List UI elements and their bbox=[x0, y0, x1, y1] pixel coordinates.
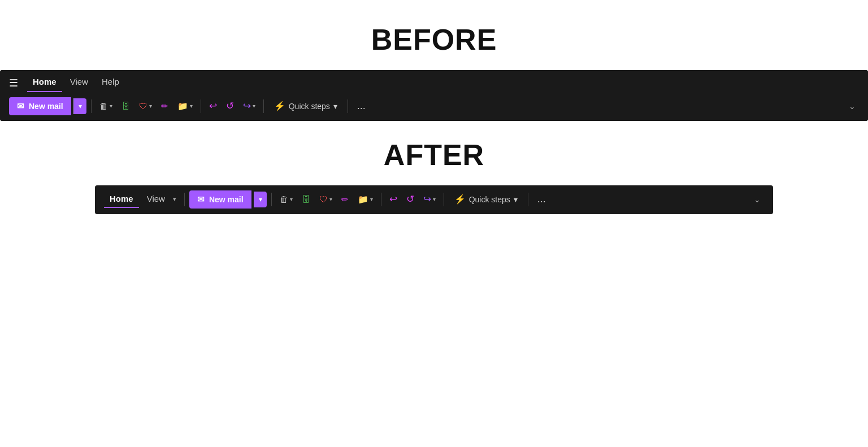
after-separator-3 bbox=[444, 193, 444, 206]
forward-chevron-icon: ▾ bbox=[253, 103, 255, 109]
separator-2 bbox=[201, 99, 201, 113]
after-toolbar: Home View ▾ ✉ New mail ▾ 🗑 ▾ 🗄 🛡 ▾ bbox=[95, 185, 773, 214]
folder-icon: 📁 bbox=[177, 101, 188, 111]
after-action-row: Home View ▾ ✉ New mail ▾ 🗑 ▾ 🗄 🛡 ▾ bbox=[95, 185, 773, 214]
archive-icon: 🗄 bbox=[121, 101, 130, 111]
after-more-icon: ... bbox=[537, 193, 546, 205]
after-new-mail-label: New mail bbox=[209, 195, 244, 204]
reply-all-icon: ↺ bbox=[226, 100, 234, 112]
after-label: AFTER bbox=[384, 138, 484, 172]
after-tag-button[interactable]: ✏ bbox=[338, 191, 352, 208]
after-tab-home[interactable]: Home bbox=[104, 190, 139, 208]
before-action-row: ✉ New mail ▾ 🗑 ▾ 🗄 🛡 ▾ ✏ 📁 ▾ bbox=[0, 92, 868, 121]
tabs-expand-icon[interactable]: ▾ bbox=[173, 196, 176, 203]
collapse-icon: ⌄ bbox=[849, 102, 856, 111]
collapse-ribbon-button[interactable]: ⌄ bbox=[845, 98, 859, 114]
after-separator-0 bbox=[184, 193, 185, 206]
archive-button[interactable]: 🗄 bbox=[118, 98, 133, 114]
forward-button[interactable]: ↪ ▾ bbox=[240, 97, 259, 115]
after-tag-icon: ✏ bbox=[341, 194, 349, 205]
before-toolbar: ☰ Home View Help ✉ New mail ▾ 🗑 ▾ 🗄 🛡 ▾ bbox=[0, 70, 868, 121]
reply-icon: ↩ bbox=[209, 100, 217, 112]
tag-icon: ✏ bbox=[161, 101, 168, 111]
after-trash-icon: 🗑 bbox=[280, 194, 288, 204]
after-move-button[interactable]: 📁 ▾ bbox=[354, 191, 376, 208]
after-move-chevron-icon: ▾ bbox=[370, 196, 373, 202]
after-quick-steps-button[interactable]: ⚡ Quick steps ▾ bbox=[449, 190, 523, 208]
separator-1 bbox=[91, 99, 92, 113]
new-mail-dropdown-button[interactable]: ▾ bbox=[73, 98, 86, 114]
after-separator-4 bbox=[528, 193, 528, 206]
move-button[interactable]: 📁 ▾ bbox=[174, 98, 196, 115]
tag-button[interactable]: ✏ bbox=[158, 98, 172, 115]
separator-4 bbox=[348, 99, 348, 113]
before-tab-view[interactable]: View bbox=[64, 73, 94, 92]
after-separator-1 bbox=[271, 193, 272, 206]
after-collapse-icon: ⌄ bbox=[754, 195, 761, 204]
delete-button[interactable]: 🗑 ▾ bbox=[96, 98, 116, 114]
after-separator-2 bbox=[381, 193, 381, 206]
after-chevron-down-icon: ▾ bbox=[259, 196, 262, 203]
more-button[interactable]: ... bbox=[353, 97, 370, 115]
after-reply-button[interactable]: ↩ bbox=[386, 190, 401, 209]
more-icon: ... bbox=[357, 100, 366, 112]
after-quick-steps-label: Quick steps bbox=[469, 195, 510, 204]
hamburger-icon[interactable]: ☰ bbox=[9, 77, 18, 89]
before-label: BEFORE bbox=[371, 23, 497, 57]
envelope-icon: ✉ bbox=[17, 101, 24, 111]
after-reply-icon: ↩ bbox=[389, 193, 397, 205]
after-collapse-ribbon-button[interactable]: ⌄ bbox=[750, 192, 764, 207]
reply-button[interactable]: ↩ bbox=[206, 97, 220, 115]
after-reply-all-icon: ↺ bbox=[406, 193, 414, 205]
before-tab-row: ☰ Home View Help bbox=[0, 70, 868, 92]
after-lightning-icon: ⚡ bbox=[454, 194, 466, 205]
after-forward-chevron-icon: ▾ bbox=[433, 196, 436, 202]
quick-steps-button[interactable]: ⚡ Quick steps ▾ bbox=[268, 97, 343, 115]
after-envelope-icon: ✉ bbox=[197, 194, 205, 205]
new-mail-button[interactable]: ✉ New mail bbox=[9, 97, 71, 115]
after-reply-all-button[interactable]: ↺ bbox=[403, 190, 418, 209]
after-new-mail-button[interactable]: ✉ New mail bbox=[189, 190, 251, 209]
trash-icon: 🗑 bbox=[99, 101, 108, 111]
before-tab-home[interactable]: Home bbox=[27, 73, 62, 92]
reply-all-button[interactable]: ↺ bbox=[223, 97, 237, 115]
after-junk-chevron-icon: ▾ bbox=[329, 196, 332, 202]
after-shield-icon: 🛡 bbox=[319, 194, 328, 204]
after-junk-button[interactable]: 🛡 ▾ bbox=[316, 191, 336, 207]
new-mail-label: New mail bbox=[29, 102, 63, 111]
after-archive-button[interactable]: 🗄 bbox=[298, 191, 314, 207]
after-quick-steps-chevron-icon: ▾ bbox=[514, 195, 518, 204]
shield-icon: 🛡 bbox=[139, 101, 147, 111]
after-folder-icon: 📁 bbox=[358, 194, 368, 205]
delete-chevron-icon: ▾ bbox=[110, 103, 112, 109]
after-forward-button[interactable]: ↪ ▾ bbox=[420, 190, 439, 209]
move-chevron-icon: ▾ bbox=[190, 103, 193, 109]
after-more-button[interactable]: ... bbox=[533, 190, 550, 209]
after-new-mail-dropdown-button[interactable]: ▾ bbox=[254, 192, 267, 207]
after-delete-chevron-icon: ▾ bbox=[290, 196, 293, 202]
before-tab-help[interactable]: Help bbox=[96, 73, 125, 92]
after-forward-icon: ↪ bbox=[423, 193, 431, 205]
separator-3 bbox=[263, 99, 264, 113]
junk-chevron-icon: ▾ bbox=[149, 103, 152, 109]
quick-steps-chevron-icon: ▾ bbox=[333, 102, 337, 111]
after-archive-icon: 🗄 bbox=[302, 194, 310, 204]
after-delete-button[interactable]: 🗑 ▾ bbox=[276, 191, 296, 207]
chevron-down-icon: ▾ bbox=[79, 102, 82, 110]
forward-icon: ↪ bbox=[243, 100, 251, 112]
after-tab-view[interactable]: View bbox=[141, 190, 171, 208]
junk-button[interactable]: 🛡 ▾ bbox=[136, 98, 155, 114]
lightning-icon: ⚡ bbox=[274, 101, 285, 111]
quick-steps-label: Quick steps bbox=[289, 102, 330, 111]
